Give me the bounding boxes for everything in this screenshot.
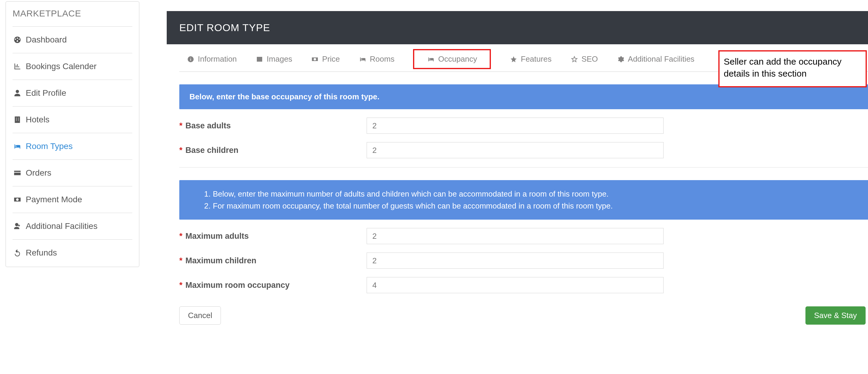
money-icon [12, 196, 22, 204]
sidebar-item-label: Additional Facilities [26, 221, 98, 231]
row-max-adults: *Maximum adults [179, 220, 868, 244]
sidebar-item-profile[interactable]: Edit Profile [12, 80, 132, 106]
label-base-adults: *Base adults [179, 121, 367, 130]
sidebar: MARKETPLACE Dashboard Bookings Calender … [5, 1, 140, 267]
sidebar-item-bookings[interactable]: Bookings Calender [12, 53, 132, 80]
gear-icon [617, 56, 625, 63]
sidebar-item-label: Refunds [26, 248, 57, 258]
annotation-callout: Seller can add the occupancy details in … [718, 50, 867, 87]
tab-label: Information [198, 55, 237, 64]
tab-rooms[interactable]: Rooms [359, 55, 395, 64]
info-icon [186, 56, 195, 63]
cancel-button[interactable]: Cancel [179, 306, 221, 324]
row-base-children: *Base children [179, 134, 868, 158]
input-base-children[interactable] [367, 142, 663, 158]
label-base-children: *Base children [179, 146, 367, 155]
label-max-children: *Maximum children [179, 256, 367, 266]
info-banner-item: For maximum room occupancy, the total nu… [213, 200, 868, 212]
input-max-children[interactable] [367, 252, 663, 269]
tab-label: SEO [582, 55, 598, 64]
page-title: EDIT ROOM TYPE [167, 11, 868, 44]
sidebar-item-label: Hotels [26, 115, 50, 124]
divider [179, 167, 868, 167]
user-plus-icon [12, 222, 22, 230]
chart-icon [12, 63, 22, 70]
bed-icon [12, 143, 22, 150]
tab-price[interactable]: Price [311, 55, 340, 64]
sidebar-item-label: Orders [26, 168, 52, 178]
input-base-adults[interactable] [367, 118, 663, 134]
sidebar-item-room-types[interactable]: Room Types [12, 133, 132, 160]
input-max-room[interactable] [367, 277, 663, 293]
sidebar-item-orders[interactable]: Orders [12, 160, 132, 186]
dashboard-icon [12, 36, 22, 44]
info-banner-base: Below, enter the base occupancy of this … [179, 84, 868, 109]
form-actions: Cancel Save & Stay Save [179, 293, 868, 324]
label-max-adults: *Maximum adults [179, 231, 367, 241]
tab-images[interactable]: Images [255, 55, 292, 64]
sidebar-item-label: Edit Profile [26, 88, 66, 98]
label-max-room: *Maximum room occupancy [179, 281, 367, 290]
sidebar-item-facilities[interactable]: Additional Facilities [12, 213, 132, 240]
money-bill-icon [311, 56, 319, 63]
tab-label: Images [267, 55, 292, 64]
card-icon [12, 169, 22, 177]
building-icon [12, 116, 22, 124]
row-max-room: *Maximum room occupancy [179, 269, 868, 293]
form-panel: Information Images Price Rooms Occupancy… [167, 44, 868, 340]
bed-icon [359, 56, 367, 63]
image-icon [255, 56, 264, 63]
tab-seo[interactable]: SEO [570, 55, 598, 64]
undo-icon [12, 249, 22, 257]
sidebar-item-label: Dashboard [26, 35, 67, 44]
row-base-adults: *Base adults [179, 109, 868, 134]
tab-label: Features [521, 55, 552, 64]
tab-label: Rooms [370, 55, 395, 64]
sidebar-item-label: Room Types [26, 142, 73, 151]
tab-label: Price [322, 55, 340, 64]
user-icon [12, 89, 22, 97]
sidebar-item-refunds[interactable]: Refunds [12, 240, 132, 263]
sidebar-item-hotels[interactable]: Hotels [12, 106, 132, 133]
tab-label: Occupancy [438, 55, 477, 64]
save-stay-button[interactable]: Save & Stay [805, 306, 866, 324]
star-outline-icon [570, 56, 579, 63]
input-max-adults[interactable] [367, 228, 663, 244]
tab-information[interactable]: Information [186, 55, 237, 64]
sidebar-title: MARKETPLACE [12, 8, 132, 27]
tab-label: Additional Facilities [628, 55, 695, 64]
sidebar-item-dashboard[interactable]: Dashboard [12, 27, 132, 53]
info-banner-item: Below, enter the maximum number of adult… [213, 188, 868, 200]
sidebar-item-payment[interactable]: Payment Mode [12, 186, 132, 213]
sidebar-item-label: Bookings Calender [26, 62, 97, 71]
row-max-children: *Maximum children [179, 244, 868, 269]
bed-icon [427, 56, 435, 63]
tab-occupancy[interactable]: Occupancy [413, 49, 491, 69]
star-icon [509, 56, 518, 63]
info-banner-max: Below, enter the maximum number of adult… [179, 180, 868, 220]
sidebar-item-label: Payment Mode [26, 195, 82, 205]
tab-features[interactable]: Features [509, 55, 552, 64]
tab-additional-facilities[interactable]: Additional Facilities [617, 55, 695, 64]
